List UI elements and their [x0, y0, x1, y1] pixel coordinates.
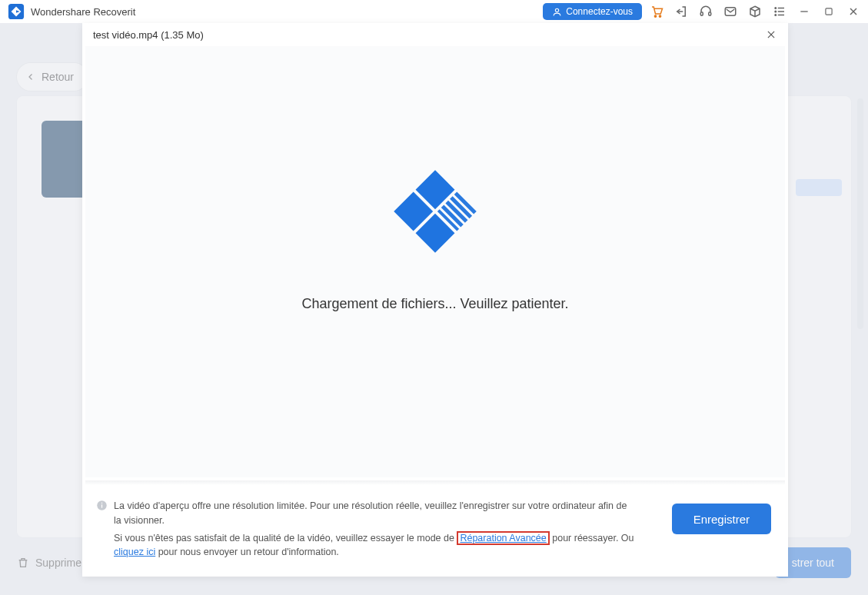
maximize-button[interactable]	[822, 5, 836, 18]
modal-filename: test vidéo.mp4 (1.35 Mo)	[93, 29, 204, 41]
modal-footer: La vidéo d'aperçu offre une résolution l…	[82, 485, 788, 577]
svg-point-2	[654, 15, 656, 17]
exit-icon[interactable]	[674, 5, 688, 18]
info-line1: La vidéo d'aperçu offre une résolution l…	[114, 499, 634, 528]
cube-icon[interactable]	[748, 5, 762, 18]
svg-rect-14	[826, 8, 832, 15]
svg-point-3	[659, 15, 660, 17]
svg-point-7	[775, 8, 777, 9]
click-here-link[interactable]: cliquez ici	[114, 547, 155, 557]
info-line2b: pour réessayer. Ou	[550, 533, 634, 543]
advanced-repair-link[interactable]: Réparation Avancée	[457, 531, 549, 545]
app-logo-icon	[8, 3, 25, 20]
modal-close-button[interactable]	[765, 28, 777, 41]
info-line2: Si vous n'êtes pas satisfait de la quali…	[114, 531, 634, 560]
svg-point-8	[775, 11, 777, 12]
svg-rect-5	[709, 12, 711, 16]
modal-header: test vidéo.mp4 (1.35 Mo)	[82, 23, 788, 46]
cart-icon[interactable]	[650, 5, 663, 18]
svg-point-9	[775, 15, 777, 16]
save-button[interactable]: Enregistrer	[672, 504, 771, 534]
info-line2c: pour nous envoyer un retour d'informatio…	[155, 547, 339, 557]
info-block: La vidéo d'aperçu offre une résolution l…	[96, 499, 634, 560]
titlebar-icons	[650, 5, 860, 18]
mail-icon[interactable]	[723, 5, 737, 18]
preview-modal: test vidéo.mp4 (1.35 Mo)	[82, 23, 788, 577]
titlebar: Wondershare Recoverit Connectez-vous	[0, 0, 868, 23]
svg-point-1	[556, 8, 559, 12]
loading-logo-icon	[389, 165, 481, 258]
app-title: Wondershare Recoverit	[31, 6, 135, 18]
info-line2a: Si vous n'êtes pas satisfait de la quali…	[114, 533, 457, 543]
connect-button[interactable]: Connectez-vous	[543, 3, 642, 20]
list-icon[interactable]	[773, 5, 787, 18]
connect-label: Connectez-vous	[566, 6, 633, 17]
info-icon	[96, 500, 108, 560]
minimize-button[interactable]	[797, 5, 811, 18]
svg-rect-4	[700, 12, 703, 16]
support-icon[interactable]	[699, 5, 713, 18]
info-text: La vidéo d'aperçu offre une résolution l…	[114, 499, 634, 560]
svg-rect-29	[101, 503, 102, 504]
loading-text: Chargement de fichiers... Veuillez patie…	[301, 296, 568, 312]
svg-rect-28	[101, 504, 102, 507]
close-button[interactable]	[846, 5, 860, 18]
modal-body: Chargement de fichiers... Veuillez patie…	[85, 46, 785, 477]
